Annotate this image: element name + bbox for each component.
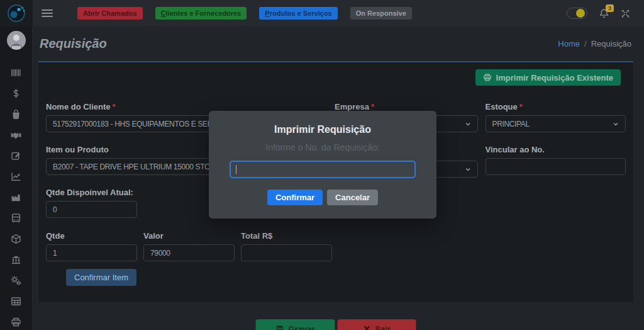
- shopping-bag-icon[interactable]: [11, 109, 21, 120]
- vincular-ao-no-input[interactable]: [486, 158, 626, 175]
- breadcrumb-current: Requisição: [591, 39, 631, 48]
- badge-abrir-chamados[interactable]: Abrir Chamados: [77, 7, 143, 20]
- total-input[interactable]: [241, 244, 332, 261]
- handshake-icon[interactable]: [11, 130, 21, 140]
- page-title: Requisição: [40, 37, 107, 51]
- imprimir-requisicao-existente-button[interactable]: Imprimir Requisição Existente: [475, 69, 621, 86]
- valor-label: Valor: [143, 231, 235, 241]
- expand-arrows-icon: [621, 9, 630, 18]
- quick-badges: Abrir Chamados Clientes e Fornecedores P…: [77, 7, 412, 20]
- confirmar-item-button[interactable]: Confirmar Item: [66, 269, 136, 286]
- qtde-disponivel-input[interactable]: [46, 201, 137, 218]
- text-caret: [236, 165, 236, 174]
- topbar: Abrir Chamados Clientes e Fornecedores P…: [0, 0, 644, 26]
- sidebar-nav: [0, 67, 32, 330]
- printer-icon: [483, 73, 492, 82]
- confirmar-button[interactable]: Confirmar: [267, 190, 323, 205]
- theme-toggle[interactable]: [567, 8, 587, 19]
- hamburger-icon[interactable]: [42, 8, 53, 19]
- barcode-icon[interactable]: [11, 67, 21, 78]
- estoque-value: PRINCIPAL: [492, 120, 530, 128]
- breadcrumb-separator: /: [584, 39, 587, 48]
- logo-icon: [6, 3, 27, 24]
- close-x-icon: [363, 325, 370, 330]
- chevron-down-icon: [613, 121, 619, 127]
- gears-icon[interactable]: [11, 275, 21, 286]
- printer-icon[interactable]: [11, 317, 21, 327]
- qtde-input[interactable]: [46, 244, 137, 261]
- breadcrumb-home-link[interactable]: Home: [558, 39, 580, 48]
- badge-clientes-fornecedores[interactable]: Clientes e Fornecedores: [155, 7, 247, 20]
- cancelar-button[interactable]: Cancelar: [327, 190, 378, 205]
- page-header: Requisição Home / Requisição: [33, 26, 644, 61]
- notifications-button[interactable]: 3: [599, 8, 609, 19]
- qtde-disponivel-label: Qtde Dispoínvel Atual:: [46, 188, 137, 197]
- box-icon[interactable]: [11, 234, 21, 244]
- vincular-ao-no-label: Vincular ao No.: [486, 145, 626, 154]
- nome-do-cliente-value: 51752917000183 - HHS EQUIPAMENTOS E SERV…: [53, 120, 235, 128]
- badge-on-responsive[interactable]: On Responsive: [350, 7, 412, 20]
- table-icon[interactable]: [11, 296, 21, 307]
- print-button-label: Imprimir Requisição Existente: [496, 73, 613, 82]
- industry-icon[interactable]: [11, 192, 21, 203]
- chevron-down-icon: [465, 121, 471, 127]
- sidebar: [0, 26, 33, 330]
- notification-count-badge: 3: [606, 4, 614, 12]
- gravar-label: Gravar: [289, 324, 315, 330]
- bottom-actions: Gravar Sair: [256, 319, 416, 330]
- imprimir-requisicao-modal: Imprimir Requisição Informe o No. da Req…: [209, 111, 436, 219]
- topbar-controls: 3: [567, 8, 644, 19]
- user-avatar[interactable]: [7, 31, 26, 50]
- chevron-down-icon: [465, 166, 471, 173]
- estoque-label: Estoque*: [486, 102, 626, 111]
- nome-do-cliente-label: Nome do Cliente*: [46, 102, 327, 111]
- breadcrumb: Home / Requisição: [558, 39, 631, 48]
- valor-input[interactable]: [143, 244, 235, 261]
- chart-line-icon[interactable]: [11, 171, 21, 182]
- dollar-icon[interactable]: [11, 88, 21, 99]
- toggle-knob: [576, 9, 585, 18]
- app-logo: [0, 0, 33, 26]
- sair-button[interactable]: Sair: [338, 319, 416, 330]
- estoque-select[interactable]: PRINCIPAL: [486, 115, 626, 132]
- qtde-label: Qtde: [46, 231, 137, 241]
- save-icon: [276, 325, 284, 330]
- bus-icon[interactable]: [11, 213, 21, 224]
- edit-icon[interactable]: [11, 151, 21, 161]
- sair-label: Sair: [375, 324, 391, 330]
- modal-prompt: Informe o No. da Requisição:: [209, 142, 436, 152]
- empresa-label: Empresa*: [335, 102, 478, 111]
- bank-icon[interactable]: [11, 254, 21, 265]
- fullscreen-button[interactable]: [621, 9, 630, 18]
- modal-title: Imprimir Requisição: [209, 124, 436, 135]
- gravar-button[interactable]: Gravar: [256, 319, 335, 330]
- badge-produtos-servicos[interactable]: Produtos e Serviços: [259, 7, 337, 20]
- total-label: Total R$: [241, 231, 332, 241]
- avatar-photo: [7, 31, 26, 50]
- requisicao-number-input[interactable]: [230, 161, 416, 178]
